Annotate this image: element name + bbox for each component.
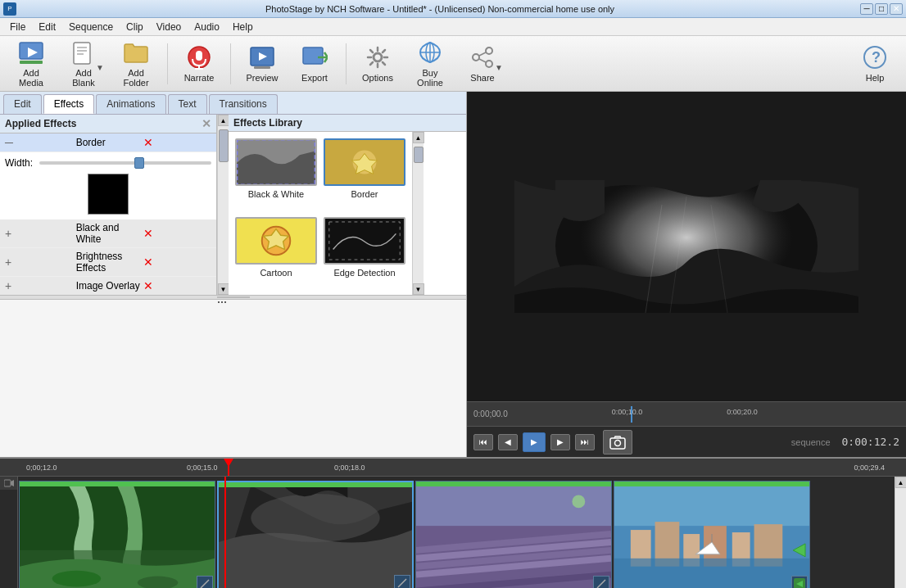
clip-waterfall[interactable]: 3.0 secs	[19, 481, 215, 588]
delete-overlay-icon[interactable]: ✕	[143, 279, 211, 292]
clip-bw[interactable]: 3.0 secs	[217, 481, 414, 588]
ruler-time-2: 0:00;20.0	[727, 408, 758, 416]
options-button[interactable]: Options	[353, 40, 402, 88]
clip-transition-4	[791, 576, 808, 588]
clip-lavender[interactable]: 3.0 secs	[415, 481, 612, 588]
color-preview-box[interactable]	[88, 174, 129, 215]
toolbar-sep-3	[346, 43, 347, 84]
menu-video[interactable]: Video	[150, 20, 188, 34]
effect-thumb-border[interactable]: Border	[324, 138, 405, 210]
share-dropdown-icon[interactable]: ▼	[495, 63, 503, 72]
add-folder-button[interactable]: Add Folder	[111, 40, 161, 88]
effects-lib-header: Effects Library	[229, 115, 466, 132]
skip-to-end-button[interactable]: ⏭	[575, 434, 595, 450]
add-media-button[interactable]: Add Media	[7, 40, 56, 88]
skip-to-start-button[interactable]: ⏮	[473, 434, 493, 450]
buy-online-button[interactable]: Buy Online	[405, 40, 455, 88]
add-blank-button[interactable]: Add Blank ▼	[59, 40, 108, 88]
delete-brightness-icon[interactable]: ✕	[143, 256, 211, 269]
svg-point-68	[572, 495, 585, 508]
timeline-playhead	[224, 477, 226, 588]
menu-edit[interactable]: Edit	[32, 20, 62, 34]
effect-thumb-cartoon[interactable]: Cartoon	[235, 217, 317, 289]
menu-sequence[interactable]: Sequence	[62, 20, 120, 34]
effect-item-brightness[interactable]: + Brightness Effects ✕	[0, 248, 216, 277]
width-slider-track[interactable]	[39, 161, 211, 165]
collapse-brightness-icon[interactable]: +	[5, 256, 73, 269]
ruler-time-1: 0:00;10.0	[612, 408, 643, 416]
timeline-area: 0;00;12.0 0;00;15.0 0;00;18.0 0;00;29.4	[0, 457, 906, 588]
resize-handle[interactable]: ⋯	[0, 295, 466, 300]
effect-thumb-border-img	[324, 138, 405, 186]
narrate-button[interactable]: Narrate	[174, 40, 224, 88]
scroll-thumb-handle[interactable]	[219, 129, 229, 162]
effect-border-label: Border	[76, 137, 144, 148]
effect-thumb-cartoon-img	[235, 217, 317, 265]
ruler-0: 0;00;12.0	[26, 464, 57, 472]
close-button[interactable]: ✕	[890, 3, 903, 15]
maximize-button[interactable]: □	[875, 3, 888, 15]
clip-marina[interactable]: 11.4 secs	[614, 481, 810, 588]
video-track: 3.0 secs	[18, 477, 895, 588]
buy-online-label: Buy Online	[410, 68, 451, 88]
tab-text[interactable]: Text	[168, 94, 207, 114]
collapse-bw-icon[interactable]: +	[5, 227, 73, 240]
window-title: PhotoStage by NCH Software - Untitled* -…	[20, 4, 860, 14]
tab-effects[interactable]: Effects	[43, 94, 94, 114]
timecode-display: 0:00:12.2	[842, 436, 899, 448]
svg-rect-13	[254, 66, 270, 69]
lib-scroll-thumb[interactable]	[414, 147, 424, 163]
delete-bw-icon[interactable]: ✕	[143, 227, 211, 240]
share-button[interactable]: Share ▼	[458, 40, 507, 88]
width-slider-thumb[interactable]	[134, 157, 144, 169]
svg-point-16	[374, 53, 382, 61]
applied-effects-title: Applied Effects	[5, 118, 76, 129]
preview-panel: 0:00;00.0 0:00;10.0 0:00;20.0 ⏮ ◀ ▶ ▶ ⏭ …	[467, 92, 906, 457]
menu-help[interactable]: Help	[226, 20, 260, 34]
applied-effects-header: Applied Effects ✕	[0, 115, 216, 133]
step-forward-button[interactable]: ▶	[550, 434, 570, 450]
effect-item-border[interactable]: ─ Border ✕	[0, 133, 216, 152]
timeline-scroll-up[interactable]: ▲	[895, 477, 907, 488]
dropdown-arrow-icon[interactable]: ▼	[96, 63, 104, 72]
clip-transition-3	[593, 576, 609, 588]
tab-transitions[interactable]: Transitions	[209, 94, 278, 114]
effect-thumb-edge[interactable]: Edge Detection	[324, 217, 405, 289]
lib-scroll-up-arrow[interactable]: ▲	[413, 132, 424, 143]
add-folder-label: Add Folder	[116, 68, 156, 88]
effect-thumb-bw[interactable]: Black & White	[235, 138, 317, 210]
export-icon	[301, 44, 328, 70]
step-back-button[interactable]: ◀	[498, 434, 518, 450]
width-control-row: Width:	[5, 157, 211, 169]
collapse-overlay-icon[interactable]: +	[5, 279, 73, 292]
lib-scroll-down-arrow[interactable]: ▼	[413, 283, 424, 295]
screenshot-button[interactable]	[603, 430, 632, 455]
tab-edit[interactable]: Edit	[3, 94, 42, 114]
svg-rect-14	[303, 47, 323, 64]
svg-rect-35	[325, 218, 404, 264]
menu-file[interactable]: File	[3, 20, 32, 34]
scroll-down-arrow[interactable]: ▼	[218, 283, 229, 295]
collapse-border-icon[interactable]: ─	[5, 136, 73, 149]
clip-bar-2	[219, 482, 412, 487]
effect-item-bw[interactable]: + Black and White ✕	[0, 219, 216, 248]
scroll-up-arrow[interactable]: ▲	[218, 115, 229, 126]
export-button[interactable]: Export	[290, 40, 339, 88]
resize-dots: ⋯	[217, 296, 250, 298]
toolbar: Add Media Add Blank ▼ Add Folder Narrate…	[0, 36, 906, 92]
menu-audio[interactable]: Audio	[188, 20, 226, 34]
timeline-scrollbar-v: ▲ ▼	[895, 477, 906, 588]
applied-effects-close[interactable]: ✕	[202, 117, 211, 130]
delete-border-icon[interactable]: ✕	[143, 136, 211, 149]
play-button[interactable]: ▶	[523, 432, 546, 452]
tabs-row: Edit Effects Animations Text Transitions	[0, 92, 466, 115]
tab-animations[interactable]: Animations	[96, 94, 165, 114]
preview-button[interactable]: Preview	[238, 40, 287, 88]
help-label: Help	[866, 73, 885, 83]
help-button[interactable]: ? Help	[850, 40, 899, 88]
timeline-header: 0;00;12.0 0;00;15.0 0;00;18.0 0;00;29.4	[0, 459, 906, 477]
effect-item-overlay[interactable]: + Image Overlay ✕	[0, 277, 216, 296]
menu-clip[interactable]: Clip	[120, 20, 150, 34]
transport-controls: ⏮ ◀ ▶ ▶ ⏭ sequence 0:00:12.2	[467, 426, 906, 457]
minimize-button[interactable]: ─	[860, 3, 873, 15]
